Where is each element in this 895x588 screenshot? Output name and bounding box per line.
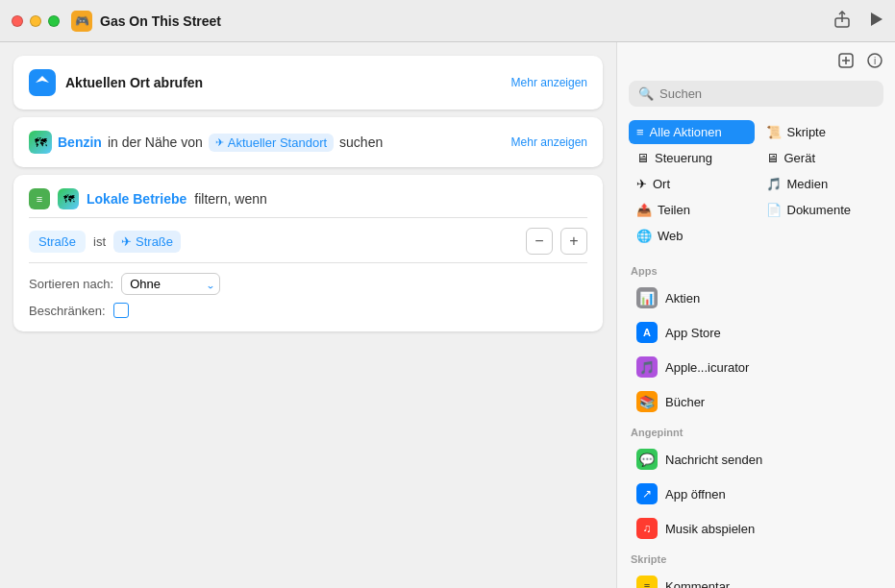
section-skripte-header: Skripte	[629, 553, 883, 565]
app-store-label: App Store	[665, 326, 721, 340]
minus-button[interactable]: −	[526, 228, 553, 255]
cat-teilen-label: Teilen	[658, 203, 690, 217]
restrict-row: Beschränken:	[29, 303, 587, 318]
card1-title-row: Aktuellen Ort abrufen	[29, 69, 203, 96]
close-button[interactable]	[12, 15, 23, 27]
field1-tag[interactable]: Straße	[29, 231, 86, 253]
cat-ort-label: Ort	[653, 177, 670, 191]
cat-steuerung-label: Steuerung	[655, 151, 712, 165]
field2-label: Straße	[136, 234, 173, 249]
maps-icon: 🗺	[29, 131, 52, 154]
svg-text:i: i	[874, 56, 876, 66]
cat-medien-icon: 🎵	[766, 177, 782, 191]
card2-search-term: Benzin	[58, 135, 102, 150]
restrict-checkbox[interactable]	[113, 303, 129, 318]
play-button[interactable]	[868, 12, 883, 31]
cat-skripte-label: Skripte	[787, 125, 826, 139]
categories-grid: ≡ Alle Aktionen 📜 Skripte 🖥 Steuerung 🖥 …	[617, 114, 895, 254]
app-oeffnen-label: App öffnen	[665, 487, 726, 502]
right-topbar: i	[617, 42, 895, 73]
sidebar-item-buecher[interactable]: 📚 Bücher	[629, 384, 883, 419]
sidebar-item-nachricht-senden[interactable]: 💬 Nachricht senden	[629, 442, 883, 477]
card2-location-tag[interactable]: ✈ Aktueller Standort	[209, 134, 334, 152]
card2-mehr[interactable]: Mehr anzeigen	[511, 135, 587, 149]
cat-alle-aktionen[interactable]: ≡ Alle Aktionen	[629, 120, 755, 144]
sort-row: Sortieren nach: Ohne Aufsteigend Absteig…	[29, 273, 587, 295]
svg-marker-2	[871, 12, 883, 26]
field2-icon: ✈	[121, 234, 132, 249]
cat-geraet-icon: 🖥	[766, 151, 779, 165]
info-button[interactable]: i	[866, 52, 883, 73]
app-oeffnen-icon: ↗	[636, 483, 658, 504]
field2-tag[interactable]: ✈ Straße	[113, 231, 181, 253]
card-aktuellen-ort: Aktuellen Ort abrufen Mehr anzeigen	[13, 56, 603, 110]
search-input[interactable]	[659, 86, 874, 101]
left-panel: Aktuellen Ort abrufen Mehr anzeigen 🗺 Be…	[0, 42, 616, 588]
sidebar-item-apple-icurator[interactable]: 🎵 Apple...icurator	[629, 350, 883, 384]
card2-pretext: in der Nähe von	[108, 135, 203, 150]
sidebar-item-aktien[interactable]: 📊 Aktien	[629, 281, 883, 315]
divider2	[29, 262, 587, 263]
sort-select[interactable]: Ohne Aufsteigend Absteigend	[121, 273, 220, 295]
cat-teilen-icon: 📤	[636, 203, 652, 217]
add-to-shortcut-button[interactable]	[837, 52, 855, 73]
card-filter: ≡ 🗺 Lokale Betriebe filtern, wenn Straße…	[13, 175, 603, 331]
aktien-label: Aktien	[665, 291, 700, 306]
cat-medien-label: Medien	[787, 177, 829, 191]
main-content: Aktuellen Ort abrufen Mehr anzeigen 🗺 Be…	[0, 42, 895, 588]
titlebar: 🎮 Gas On This Street	[0, 0, 895, 42]
sort-select-wrapper: Ohne Aufsteigend Absteigend	[121, 273, 220, 295]
aktien-icon: 📊	[636, 287, 658, 308]
card2-header: 🗺 Benzin in der Nähe von ✈ Aktueller Sta…	[29, 131, 587, 154]
window-title: Gas On This Street	[100, 13, 833, 29]
card1-mehr[interactable]: Mehr anzeigen	[511, 76, 587, 89]
card2-action: suchen	[339, 135, 383, 150]
kommentar-icon: ≡	[636, 576, 658, 588]
cat-dokumente-label: Dokumente	[787, 203, 851, 217]
musik-icon: ♫	[636, 518, 658, 539]
search-icon: 🔍	[638, 86, 654, 101]
traffic-lights	[12, 15, 60, 27]
kommentar-label: Kommentar	[665, 579, 730, 589]
cat-ort[interactable]: ✈ Ort	[629, 172, 755, 196]
cat-steuerung-icon: 🖥	[636, 151, 649, 165]
restrict-label: Beschränken:	[29, 304, 106, 318]
plus-button[interactable]: +	[560, 228, 587, 255]
sidebar-item-kommentar[interactable]: ≡ Kommentar	[629, 569, 883, 588]
card1-title: Aktuellen Ort abrufen	[65, 75, 203, 90]
filter-controls: − +	[526, 228, 587, 255]
musik-label: Musik abspielen	[665, 522, 755, 536]
divider1	[29, 217, 587, 218]
buecher-icon: 📚	[636, 391, 658, 412]
sidebar-sections: Apps 📊 Aktien A App Store 🎵 Apple...icur…	[617, 254, 895, 588]
cat-geraet[interactable]: 🖥 Gerät	[758, 146, 884, 170]
location-tag-icon: ✈	[215, 136, 224, 149]
titlebar-actions	[833, 11, 883, 32]
cat-web-icon: 🌐	[636, 229, 652, 243]
sort-label: Sortieren nach:	[29, 277, 113, 291]
card1-header: Aktuellen Ort abrufen Mehr anzeigen	[29, 69, 587, 96]
location-icon	[29, 69, 56, 96]
app-icon: 🎮	[71, 11, 92, 32]
right-panel: i 🔍 ≡ Alle Aktionen 📜 Skripte 🖥 Steuerun…	[616, 42, 895, 588]
share-button[interactable]	[833, 11, 851, 32]
apple-icon: 🎵	[636, 356, 658, 378]
cat-medien[interactable]: 🎵 Medien	[758, 172, 884, 196]
buecher-label: Bücher	[665, 395, 705, 409]
maximize-button[interactable]	[48, 15, 60, 27]
cat-skripte-icon: 📜	[766, 125, 782, 139]
card3-filter-label: filtern, wenn	[194, 191, 266, 207]
cat-web[interactable]: 🌐 Web	[629, 224, 755, 248]
minimize-button[interactable]	[30, 15, 41, 27]
sidebar-item-app-oeffnen[interactable]: ↗ App öffnen	[629, 477, 883, 511]
apple-label: Apple...icurator	[665, 360, 749, 375]
cat-teilen[interactable]: 📤 Teilen	[629, 198, 755, 222]
cat-steuerung[interactable]: 🖥 Steuerung	[629, 146, 755, 170]
sidebar-item-musik[interactable]: ♫ Musik abspielen	[629, 511, 883, 546]
condition-text: ist	[93, 234, 106, 249]
cat-ort-icon: ✈	[636, 177, 647, 191]
nachricht-label: Nachricht senden	[665, 453, 762, 467]
sidebar-item-app-store[interactable]: A App Store	[629, 315, 883, 350]
cat-skripte[interactable]: 📜 Skripte	[758, 120, 884, 144]
cat-dokumente[interactable]: 📄 Dokumente	[758, 198, 884, 222]
